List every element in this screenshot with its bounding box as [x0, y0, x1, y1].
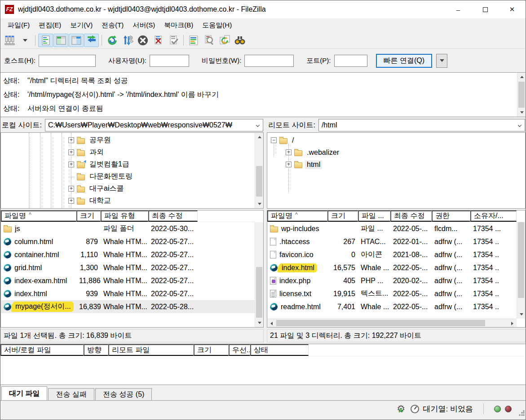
quickconnect-dropdown-button[interactable] [436, 54, 447, 68]
tree-expander-icon[interactable] [271, 137, 277, 143]
menu-item[interactable]: 파일(F) [3, 19, 34, 31]
menu-item[interactable]: 보기(V) [66, 19, 97, 31]
tree-expander-icon[interactable] [68, 198, 74, 204]
menu-item[interactable]: 북마크(B) [159, 19, 198, 31]
queue-tab[interactable]: 전송 실패 [48, 388, 94, 400]
local-tree-scrollbar[interactable] [255, 133, 263, 208]
directory-comparison-button[interactable] [186, 34, 201, 47]
tree-item[interactable]: 길벗컴활1급 [1, 158, 263, 171]
message-log-scrollbar[interactable] [517, 73, 526, 117]
scrollbar-thumb[interactable] [256, 267, 262, 318]
maximize-button[interactable] [472, 0, 499, 18]
filter-button[interactable] [202, 34, 217, 47]
scrollbar-thumb[interactable] [518, 222, 524, 298]
minimize-button[interactable]: – [445, 0, 472, 18]
resize-grip[interactable] [518, 410, 525, 416]
tree-expander-icon[interactable] [286, 149, 292, 155]
menu-item[interactable]: 편집(E) [34, 19, 66, 31]
column-header[interactable]: 우선... [229, 344, 250, 356]
menu-item[interactable]: 도움말(H) [198, 19, 236, 31]
tree-expander-icon[interactable] [68, 186, 74, 192]
tree-expander-icon[interactable] [68, 162, 74, 167]
site-manager-button[interactable] [2, 34, 17, 47]
scroll-right-button[interactable] [508, 319, 517, 327]
file-row[interactable]: index.php 405 PHP ... 2020-02-... adfrw … [267, 274, 517, 287]
scroll-down-button[interactable] [255, 319, 263, 327]
file-row[interactable]: wp-includes 파일 ... 2022-05-... flcdm... … [267, 222, 517, 235]
file-row[interactable]: mypage(정서이... 16,839 Whale HTM... 2022-0… [1, 300, 255, 313]
file-row[interactable]: index-exam.html 11,886 Whale HTM... 2022… [1, 274, 255, 287]
file-row[interactable]: container.html 1,110 Whale HTM... 2022-0… [1, 248, 255, 261]
find-files-button[interactable] [232, 34, 247, 47]
host-input[interactable] [39, 55, 96, 67]
column-header[interactable]: 크기 [327, 210, 358, 222]
file-row[interactable]: .htaccess 267 HTAC... 2022-01-... adfrw … [267, 235, 517, 248]
file-row[interactable]: favicon.ico 0 아이콘 2021-08-... adfrw (...… [267, 248, 517, 261]
remote-list-vscrollbar[interactable] [517, 222, 525, 319]
column-header[interactable]: 파일명 [1, 210, 76, 222]
synchronized-browsing-button[interactable] [217, 34, 232, 47]
column-header[interactable]: 리모트 파일 [108, 344, 194, 356]
file-row[interactable]: js 파일 폴더 2022-05-30... [1, 222, 255, 235]
cancel-button[interactable] [135, 34, 150, 47]
scroll-left-button[interactable] [267, 319, 276, 327]
scrollbar-thumb[interactable] [256, 166, 262, 197]
tree-item[interactable]: html [267, 158, 525, 171]
refresh-button[interactable] [105, 34, 119, 47]
local-tree-toggle[interactable] [53, 34, 68, 47]
scroll-down-button[interactable] [255, 200, 264, 208]
tree-expander-icon[interactable] [68, 177, 74, 177]
password-input[interactable] [244, 55, 294, 67]
speed-limit-icon[interactable] [411, 405, 419, 413]
tree-item[interactable]: .webalizer [267, 146, 525, 158]
queue-tab[interactable]: 대기 파일 [1, 386, 47, 400]
column-header[interactable]: 파일 ... [358, 210, 390, 222]
auto-transfer-mode-icon[interactable]: ⚙A [396, 403, 407, 414]
column-header[interactable]: 최종 수정 [390, 210, 432, 222]
column-header[interactable]: 최종 수정 [148, 210, 198, 222]
scroll-up-button[interactable] [255, 133, 264, 141]
menu-item[interactable]: 서버(S) [128, 19, 159, 31]
close-button[interactable]: ✕ [499, 0, 526, 18]
column-header[interactable]: 파일 유형 [101, 210, 148, 222]
column-header[interactable]: 권한 [432, 210, 470, 222]
scroll-down-button[interactable] [517, 108, 526, 117]
file-row[interactable]: readme.html 7,401 Whale ... 2022-05-... … [267, 300, 517, 313]
scrollbar-thumb[interactable] [518, 82, 525, 108]
file-row[interactable]: license.txt 19,915 텍스트... 2022-05-... ad… [267, 287, 517, 300]
column-header[interactable]: 서버/로컬 파일 [0, 344, 84, 356]
tree-item[interactable]: / [267, 134, 525, 146]
column-header[interactable]: 크기 [194, 344, 229, 356]
local-list-scrollbar[interactable] [255, 222, 263, 327]
reconnect-button[interactable] [166, 34, 181, 47]
port-input[interactable] [334, 55, 367, 67]
quickconnect-button[interactable]: 빠른 연결(Q) [376, 54, 433, 68]
file-row[interactable]: column.html 879 Whale HTM... 2022-05-27.… [1, 235, 255, 248]
column-header[interactable]: 크기 [76, 210, 101, 222]
tree-item[interactable]: 공무원 [1, 134, 263, 146]
column-header[interactable]: 소유자/... [470, 210, 517, 222]
disconnect-button[interactable] [150, 34, 165, 47]
process-queue-button[interactable] [120, 34, 135, 47]
file-row[interactable]: index.html 939 Whale HTM... 2022-05-27..… [1, 287, 255, 300]
tree-item[interactable]: 다문화멘토링 [1, 171, 263, 183]
remote-list-hscrollbar[interactable] [267, 319, 517, 327]
remote-site-combo[interactable]: /html [318, 119, 525, 131]
tree-item[interactable]: 대학교 [1, 195, 263, 207]
scrollbar-thumb[interactable] [276, 320, 485, 326]
tree-expander-icon[interactable] [68, 137, 74, 143]
tree-expander-icon[interactable] [68, 149, 74, 155]
tree-expander-icon[interactable] [286, 162, 292, 167]
message-log-toggle[interactable] [38, 34, 53, 47]
scroll-up-button[interactable] [517, 73, 526, 81]
site-manager-dropdown-button[interactable] [18, 34, 32, 47]
tree-item[interactable]: 과외 [1, 146, 263, 158]
remote-tree-toggle[interactable] [69, 34, 84, 47]
menu-item[interactable]: 전송(T) [97, 19, 128, 31]
scroll-down-button[interactable] [517, 310, 525, 319]
file-row[interactable]: grid.html 1,300 Whale HTM... 2022-05-27.… [1, 261, 255, 274]
tree-item[interactable]: 대구ai스쿨 [1, 183, 263, 195]
file-row[interactable]: index.html 16,575 Whale ... 2022-05-... … [267, 261, 517, 274]
username-input[interactable] [150, 55, 189, 67]
queue-view-toggle[interactable] [84, 34, 99, 47]
